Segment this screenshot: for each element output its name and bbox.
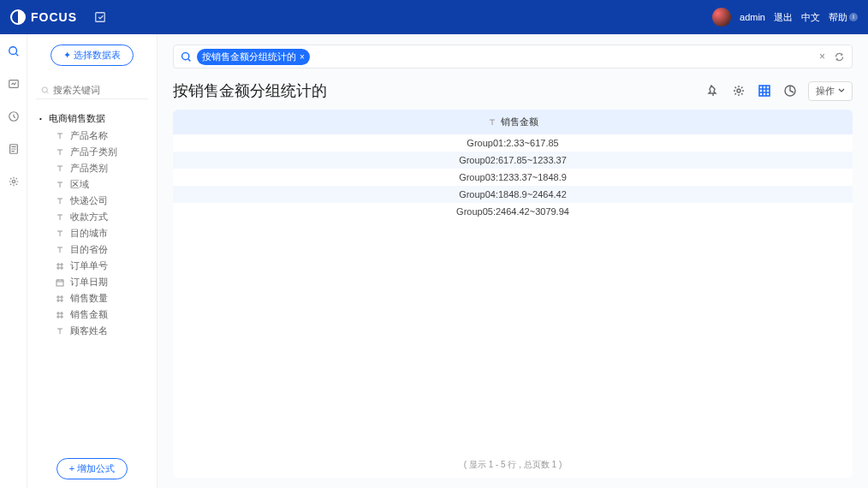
svg-point-8 bbox=[12, 180, 15, 183]
tree-item[interactable]: 目的省份 bbox=[39, 241, 157, 258]
clear-icon[interactable]: × bbox=[819, 51, 825, 62]
search-icon bbox=[41, 86, 50, 95]
field-label: 产品子类别 bbox=[70, 146, 117, 158]
tree-root[interactable]: 电商销售数据 bbox=[39, 110, 157, 128]
tree-item[interactable]: 区域 bbox=[39, 176, 157, 193]
table-view-icon[interactable] bbox=[757, 83, 772, 98]
field-type-icon bbox=[55, 212, 65, 223]
query-bar[interactable]: 按销售金额分组统计的× × bbox=[173, 45, 853, 68]
field-label: 销售金额 bbox=[70, 308, 108, 321]
add-formula-button[interactable]: + 增加公式 bbox=[56, 458, 128, 479]
logo-text: FOCUS bbox=[31, 10, 77, 24]
avatar[interactable] bbox=[712, 8, 731, 27]
tree-item[interactable]: 销售数量 bbox=[39, 290, 157, 306]
field-tree: 电商销售数据 产品名称产品子类别产品类别区域快递公司收款方式目的城市目的省份订单… bbox=[27, 104, 157, 449]
tree-item[interactable]: 产品类别 bbox=[39, 160, 157, 176]
query-chip[interactable]: 按销售金额分组统计的× bbox=[197, 49, 310, 65]
field-label: 顾客姓名 bbox=[70, 324, 108, 337]
table-footer: ( 显示 1 - 5 行 , 总页数 1 ) bbox=[173, 452, 853, 478]
field-label: 目的省份 bbox=[70, 243, 108, 256]
field-type-icon bbox=[55, 294, 65, 304]
lang-link[interactable]: 中文 bbox=[801, 11, 820, 24]
app-header: FOCUS admin 退出 中文 帮助 i bbox=[0, 0, 868, 34]
nav-rail bbox=[0, 34, 27, 488]
field-type-icon bbox=[55, 326, 65, 336]
field-label: 区域 bbox=[70, 178, 89, 191]
field-label: 收款方式 bbox=[70, 211, 108, 223]
field-type-icon bbox=[55, 229, 65, 239]
tree-item[interactable]: 产品名称 bbox=[39, 128, 157, 144]
svg-rect-1 bbox=[96, 13, 105, 22]
nav-history-icon[interactable] bbox=[5, 108, 22, 125]
refresh-icon[interactable] bbox=[834, 51, 845, 62]
nav-dashboard-icon[interactable] bbox=[5, 75, 22, 92]
field-type-icon bbox=[55, 310, 65, 320]
search-icon bbox=[181, 51, 192, 62]
title-actions: 操作 bbox=[705, 81, 853, 101]
tree-item[interactable]: 销售金额 bbox=[39, 306, 157, 323]
app-logo: FOCUS bbox=[10, 9, 77, 25]
sidebar-search[interactable] bbox=[36, 81, 148, 99]
chart-view-icon[interactable] bbox=[782, 83, 798, 98]
sidebar: ✦ 选择数据表 电商销售数据 产品名称产品子类别产品类别区域快递公司收款方式目的… bbox=[27, 34, 158, 488]
nav-search-icon[interactable] bbox=[5, 43, 22, 60]
pin-icon[interactable] bbox=[705, 83, 721, 98]
field-type-icon bbox=[55, 196, 65, 206]
tree-item[interactable]: 快递公司 bbox=[39, 193, 157, 209]
tree-item[interactable]: 收款方式 bbox=[39, 209, 157, 225]
svg-point-4 bbox=[9, 47, 16, 55]
field-label: 产品名称 bbox=[70, 129, 108, 142]
svg-rect-13 bbox=[759, 86, 770, 96]
sidebar-search-input[interactable] bbox=[53, 85, 143, 95]
svg-point-9 bbox=[42, 86, 47, 92]
main-content: 按销售金额分组统计的× × 按销售金额分组统计的 操作 销售金额 Group01… bbox=[158, 34, 868, 488]
svg-point-12 bbox=[737, 89, 740, 92]
gear-icon[interactable] bbox=[731, 83, 746, 98]
tree-item[interactable]: 目的城市 bbox=[39, 225, 157, 241]
page-title: 按销售金额分组统计的 bbox=[173, 80, 327, 101]
field-type-icon bbox=[55, 277, 65, 288]
header-right: admin 退出 中文 帮助 i bbox=[712, 8, 858, 27]
field-type-icon bbox=[55, 180, 65, 190]
field-label: 快递公司 bbox=[70, 194, 108, 207]
tree-item[interactable]: 订单日期 bbox=[39, 274, 157, 290]
table-row[interactable]: Group04:1848.9~2464.42 bbox=[173, 186, 853, 203]
table-header[interactable]: 销售金额 bbox=[173, 110, 853, 134]
table-row[interactable]: Group01:2.33~617.85 bbox=[173, 134, 853, 152]
tree-item[interactable]: 产品子类别 bbox=[39, 144, 157, 160]
table-row[interactable]: Group02:617.85~1233.37 bbox=[173, 152, 853, 169]
field-type-icon bbox=[55, 164, 65, 174]
tree-item[interactable]: 订单单号 bbox=[39, 258, 157, 274]
field-label: 订单日期 bbox=[70, 276, 108, 289]
chevron-down-icon bbox=[838, 87, 845, 94]
nav-settings-icon[interactable] bbox=[5, 173, 22, 190]
help-link[interactable]: 帮助 i bbox=[829, 11, 858, 24]
logo-icon bbox=[10, 9, 26, 25]
text-type-icon bbox=[487, 117, 497, 128]
field-label: 目的城市 bbox=[70, 227, 108, 240]
field-label: 订单单号 bbox=[70, 259, 108, 272]
field-type-icon bbox=[55, 245, 65, 255]
field-label: 产品类别 bbox=[70, 162, 108, 175]
svg-point-11 bbox=[182, 52, 189, 59]
select-data-button[interactable]: ✦ 选择数据表 bbox=[51, 45, 134, 66]
result-table: 销售金额 Group01:2.33~617.85Group02:617.85~1… bbox=[173, 110, 853, 478]
nav-data-icon[interactable] bbox=[5, 140, 22, 158]
field-type-icon bbox=[55, 131, 65, 141]
table-row[interactable]: Group05:2464.42~3079.94 bbox=[173, 203, 853, 220]
username[interactable]: admin bbox=[740, 12, 765, 22]
edit-icon[interactable] bbox=[94, 11, 106, 23]
field-label: 销售数量 bbox=[70, 292, 108, 305]
table-row[interactable]: Group03:1233.37~1848.9 bbox=[173, 169, 853, 186]
logout-link[interactable]: 退出 bbox=[774, 11, 793, 24]
operate-button[interactable]: 操作 bbox=[808, 81, 853, 101]
field-type-icon bbox=[55, 261, 65, 271]
chip-remove-icon[interactable]: × bbox=[300, 52, 305, 62]
tree-item[interactable]: 顾客姓名 bbox=[39, 323, 157, 339]
svg-rect-10 bbox=[56, 280, 63, 286]
field-type-icon bbox=[55, 147, 65, 158]
